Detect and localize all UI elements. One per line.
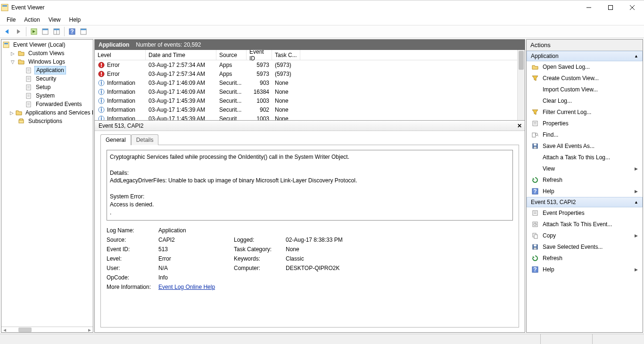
col-level[interactable]: Level <box>95 50 146 60</box>
action-item[interactable]: Attach Task To This Event... <box>527 219 643 230</box>
link-online-help[interactable]: Event Log Online Help <box>158 284 215 290</box>
event-row[interactable]: Error03-Aug-17 2:57:34 AMApps5973(5973) <box>95 69 525 78</box>
tree-node[interactable]: System <box>2 91 92 100</box>
open-icon <box>531 63 539 71</box>
detail-tabs: General Details <box>95 131 525 145</box>
tree-label: Windows Logs <box>27 58 66 66</box>
action-label: Help <box>543 266 554 273</box>
log-name: Application <box>99 41 129 48</box>
action-label: Help <box>543 188 554 195</box>
actions-section-event[interactable]: Event 513, CAPI2▲ <box>527 197 643 207</box>
tree-node[interactable]: Setup <box>2 83 92 91</box>
tree-horizontal-scrollbar[interactable]: ◂ ▸ <box>1 327 93 332</box>
back-button[interactable] <box>2 26 12 37</box>
tree-root[interactable]: Event Viewer (Local) <box>2 41 92 49</box>
tree-node[interactable]: Forwarded Events <box>2 100 92 108</box>
col-taskcat[interactable]: Task C... <box>272 50 300 60</box>
menu-file[interactable]: File <box>3 16 19 24</box>
menu-help[interactable]: Help <box>66 16 85 24</box>
event-row[interactable]: iInformation03-Aug-17 1:45:39 AMSecurit.… <box>95 105 525 114</box>
action-item[interactable]: Open Saved Log... <box>527 61 643 73</box>
action-item[interactable]: Create Custom View... <box>527 73 643 84</box>
action-item[interactable]: Save All Events As... <box>527 140 643 152</box>
tree-twister[interactable]: ▷ <box>10 110 14 115</box>
event-row[interactable]: iInformation03-Aug-17 1:45:39 AMSecurit1… <box>95 114 525 121</box>
detail-close-button[interactable]: ✕ <box>517 123 522 129</box>
scroll-thumb[interactable] <box>18 328 32 332</box>
blank-icon <box>531 86 539 93</box>
event-row[interactable]: iInformation03-Aug-17 1:46:09 AMSecurit.… <box>95 87 525 96</box>
svg-rect-64 <box>534 147 537 148</box>
action-item[interactable]: ?Help▶ <box>527 186 643 197</box>
tree-node[interactable]: Application <box>2 66 92 74</box>
svg-rect-16 <box>3 42 9 48</box>
menu-action[interactable]: Action <box>20 16 43 24</box>
panel3-button[interactable] <box>78 26 89 37</box>
action-item[interactable]: Refresh <box>527 253 643 264</box>
tree-label: Forwarded Events <box>34 100 83 108</box>
toolbar: ? <box>0 25 644 38</box>
close-button[interactable] <box>621 0 643 15</box>
help-button[interactable]: ? <box>67 26 77 37</box>
action-item[interactable]: Save Selected Events... <box>527 241 643 253</box>
menu-view[interactable]: View <box>45 16 65 24</box>
tab-general[interactable]: General <box>100 134 131 145</box>
tree-node[interactable]: Subscriptions <box>2 117 92 125</box>
info-icon: i <box>98 97 105 105</box>
scroll-thumb[interactable] <box>519 51 524 70</box>
grid-vertical-scrollbar[interactable] <box>517 50 525 120</box>
forward-button[interactable] <box>13 26 24 37</box>
col-source[interactable]: Source <box>216 50 247 60</box>
refresh-icon <box>531 176 539 184</box>
svg-rect-3 <box>609 6 613 10</box>
window-title: Event Viewer <box>8 4 578 11</box>
col-datetime[interactable]: Date and Time <box>146 50 216 60</box>
value-source: CAPI2 <box>158 237 234 243</box>
action-item[interactable]: Refresh <box>527 174 643 186</box>
event-row[interactable]: iInformation03-Aug-17 1:45:39 AMSecurit.… <box>95 96 525 105</box>
tree-label: Applications and Services Lo <box>24 109 93 116</box>
tree-node[interactable]: ▷Custom Views <box>2 49 92 57</box>
value-logged: 02-Aug-17 8:38:33 PM <box>286 237 380 243</box>
action-item[interactable]: Filter Current Log... <box>527 106 643 118</box>
svg-rect-10 <box>54 29 59 30</box>
blank-icon <box>531 97 539 105</box>
action-item[interactable]: ?Help▶ <box>527 264 643 275</box>
action-item[interactable]: Properties <box>527 118 643 129</box>
event-row[interactable]: iInformation03-Aug-17 1:46:09 AMSecurit.… <box>95 78 525 87</box>
svg-rect-15 <box>81 29 86 30</box>
center-pane: Application Number of events: 20,592 Lev… <box>94 39 525 333</box>
event-row[interactable]: Error03-Aug-17 2:57:34 AMApps5973(5973) <box>95 60 525 69</box>
panel1-button[interactable] <box>40 26 50 37</box>
tree-pane: Event Viewer (Local)▷Custom Views▽Window… <box>1 39 93 333</box>
minimize-button[interactable] <box>578 0 600 15</box>
value-opcode: Info <box>158 274 234 281</box>
maximize-button[interactable] <box>600 0 621 15</box>
action-label: Copy <box>543 232 556 239</box>
titlebar[interactable]: Event Viewer <box>0 0 644 15</box>
tree-twister[interactable]: ▷ <box>10 51 16 56</box>
tree-node[interactable]: Security <box>2 74 92 83</box>
action-item[interactable]: Import Custom View... <box>527 84 643 95</box>
tab-details[interactable]: Details <box>131 134 159 145</box>
action-label: Event Properties <box>543 210 585 216</box>
action-item[interactable]: View▶ <box>527 163 643 174</box>
action-label: Save Selected Events... <box>543 244 603 250</box>
action-item[interactable]: Find... <box>527 129 643 140</box>
action-item[interactable]: Clear Log... <box>527 95 643 106</box>
chevron-right-icon: ▶ <box>635 166 638 171</box>
panel2-button[interactable] <box>51 26 62 37</box>
tree-node[interactable]: ▽Windows Logs <box>2 57 92 66</box>
col-eventid[interactable]: Event ID <box>247 50 272 60</box>
action-item[interactable]: Copy▶ <box>527 230 643 241</box>
action-label: Refresh <box>543 177 562 183</box>
log-icon <box>16 109 22 116</box>
action-item[interactable]: Attach a Task To this Log... <box>527 152 643 163</box>
show-tree-button[interactable] <box>29 26 39 37</box>
filter-icon <box>531 108 539 116</box>
tree-twister[interactable]: ▽ <box>10 59 16 65</box>
tree-node[interactable]: ▷Applications and Services Lo <box>2 108 92 117</box>
label-opcode: OpCode: <box>107 274 158 281</box>
action-item[interactable]: Event Properties <box>527 207 643 219</box>
actions-section-application[interactable]: Application▲ <box>527 51 643 61</box>
